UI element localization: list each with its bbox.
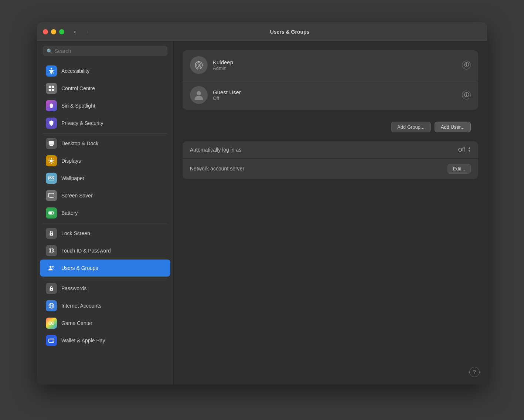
accessibility-icon [46,65,57,77]
sidebar-item-wallpaper[interactable]: Wallpaper [40,170,170,187]
sidebar-list: Accessibility Control Centre [37,61,173,385]
sidebar-item-battery[interactable]: Battery [40,204,170,221]
svg-rect-7 [50,145,53,146]
traffic-lights [43,29,64,34]
svg-point-42 [192,58,206,72]
sidebar-item-privacy-security[interactable]: Privacy & Security [40,115,170,132]
kuldeep-info-button[interactable]: ⓘ [462,61,471,70]
svg-rect-22 [49,212,52,214]
network-account-label: Network account server [190,166,448,172]
svg-point-38 [52,323,53,324]
svg-line-15 [53,159,53,159]
back-button[interactable]: ‹ [70,27,80,37]
forward-button[interactable]: › [83,27,92,37]
settings-section: Automatically log in as Off ▲ ▼ Network … [183,141,478,179]
guest-info: Guest User Off [213,89,457,101]
passwords-icon [46,283,57,294]
divider-3 [43,278,167,278]
auto-login-stepper[interactable]: ▲ ▼ [468,146,471,153]
guest-name: Guest User [213,89,457,95]
sidebar: 🔍 Accessibility [37,41,174,385]
add-group-button[interactable]: Add Group... [391,122,431,132]
sidebar-item-internet-accounts[interactable]: Internet Accounts [40,297,170,314]
sidebar-item-users-groups[interactable]: Users & Groups [40,260,170,277]
svg-point-39 [53,323,54,324]
svg-rect-2 [52,86,54,88]
touch-id-label: Touch ID & Password [61,248,111,254]
auto-login-row: Automatically log in as Off ▲ ▼ [183,141,478,159]
svg-line-16 [50,162,50,163]
kuldeep-avatar [190,56,208,74]
svg-point-25 [51,234,52,235]
svg-rect-30 [51,289,51,290]
users-card: Kuldeep Admin ⓘ Guest U [183,50,478,110]
auto-login-value[interactable]: Off ▲ ▼ [458,146,471,153]
siri-label: Siri & Spotlight [61,103,95,109]
stepper-down-arrow[interactable]: ▼ [468,150,471,153]
guest-avatar-icon [192,88,206,102]
wallpaper-label: Wallpaper [61,175,85,181]
kuldeep-info: Kuldeep Admin [213,59,457,71]
sidebar-item-displays[interactable]: Displays [40,152,170,169]
privacy-label: Privacy & Security [61,120,103,126]
sidebar-item-desktop-dock[interactable]: Desktop & Dock [40,135,170,152]
svg-point-18 [50,177,51,178]
add-user-button[interactable]: Add User... [435,122,471,132]
svg-point-27 [52,266,54,268]
svg-rect-41 [52,341,54,342]
fingerprint-avatar-icon [192,58,206,72]
users-groups-label: Users & Groups [61,265,98,271]
search-input[interactable] [55,48,164,54]
sidebar-item-wallet[interactable]: Wallet & Apple Pay [40,332,170,349]
guest-role: Off [213,95,457,101]
network-account-row: Network account server Edit... [183,159,478,179]
wallet-label: Wallet & Apple Pay [61,338,105,343]
lock-screen-icon [46,228,57,239]
auto-login-current-value: Off [458,147,465,153]
wallpaper-icon [46,173,57,184]
guest-avatar [190,86,208,104]
svg-point-0 [51,68,52,70]
user-row-guest: Guest User Off ⓘ [183,80,478,110]
svg-point-26 [50,266,51,268]
screen-saver-label: Screen Saver [61,193,93,199]
screen-saver-icon [46,190,57,201]
sidebar-item-touch-id[interactable]: Touch ID & Password [40,242,170,259]
sidebar-item-screen-saver[interactable]: Screen Saver [40,187,170,204]
sidebar-item-control-centre[interactable]: Control Centre [40,80,170,97]
svg-line-14 [53,162,53,163]
internet-accounts-label: Internet Accounts [61,303,101,309]
titlebar: ‹ › Users & Groups [37,22,487,41]
lock-screen-label: Lock Screen [61,230,90,236]
navigation-buttons: ‹ › [70,27,92,37]
desktop-dock-label: Desktop & Dock [61,140,98,146]
passwords-label: Passwords [61,285,86,291]
network-account-edit-button[interactable]: Edit... [448,164,471,174]
desktop-dock-icon [46,138,57,149]
content-panel: Kuldeep Admin ⓘ Guest U [174,41,487,385]
sidebar-item-game-center[interactable]: Game Center [40,315,170,332]
touch-id-icon [46,245,57,256]
svg-rect-4 [52,89,54,91]
help-button[interactable]: ? [469,367,480,377]
svg-rect-3 [49,89,51,91]
kuldeep-name: Kuldeep [213,59,457,65]
internet-accounts-icon [46,300,57,311]
sidebar-item-siri-spotlight[interactable]: Siri & Spotlight [40,97,170,114]
minimize-button[interactable] [51,29,56,34]
auto-login-label: Automatically log in as [190,147,458,153]
sidebar-item-passwords[interactable]: Passwords [40,280,170,297]
wallet-icon [46,335,57,346]
search-wrapper[interactable]: 🔍 [43,46,167,56]
search-bar: 🔍 [37,41,173,61]
svg-point-44 [197,91,201,95]
battery-icon [46,207,57,219]
action-buttons-row: Add Group... Add User... [183,116,478,135]
sidebar-item-accessibility[interactable]: Accessibility [40,62,170,79]
sidebar-item-lock-screen[interactable]: Lock Screen [40,225,170,242]
control-centre-label: Control Centre [61,85,95,91]
close-button[interactable] [43,29,48,34]
maximize-button[interactable] [59,29,64,34]
guest-info-button[interactable]: ⓘ [462,91,471,99]
svg-rect-1 [49,86,51,88]
